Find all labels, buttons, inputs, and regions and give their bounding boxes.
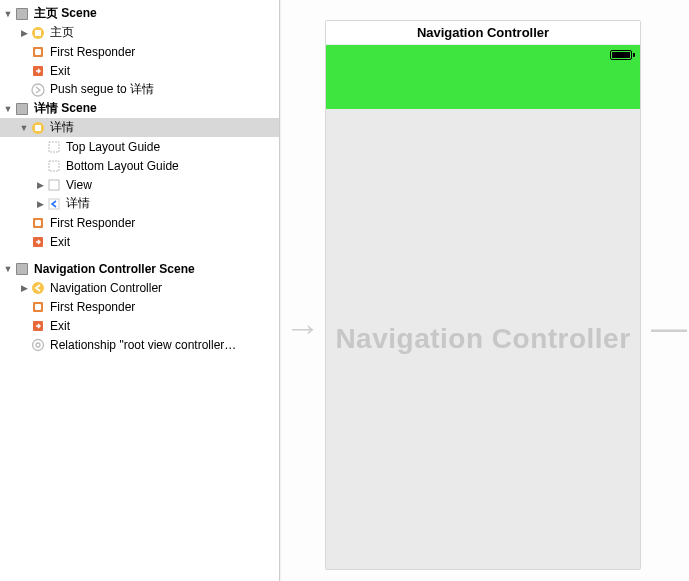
svg-point-26	[36, 343, 40, 347]
battery-icon	[610, 50, 632, 60]
disclosure-triangle-icon[interactable]: ▼	[2, 9, 14, 19]
first-responder-row[interactable]: ▶ First Responder	[0, 213, 279, 232]
scene-title-text: Navigation Controller	[417, 25, 549, 40]
exit-icon	[30, 318, 46, 334]
exit-row[interactable]: ▶ Exit	[0, 316, 279, 335]
first-responder-row[interactable]: ▶ First Responder	[0, 42, 279, 61]
svg-rect-14	[49, 180, 59, 190]
svg-rect-13	[49, 161, 59, 171]
item-label: Top Layout Guide	[66, 140, 160, 154]
item-label: Exit	[50, 64, 70, 78]
svg-rect-3	[35, 30, 41, 36]
scene-title-bar: Navigation Controller	[326, 21, 640, 45]
disclosure-triangle-icon[interactable]: ▼	[18, 123, 30, 133]
scene-icon	[14, 101, 30, 117]
segue-arrow-out-icon: —	[651, 310, 687, 346]
svg-rect-20	[17, 264, 27, 274]
nav-item-row[interactable]: ▶ 详情	[0, 194, 279, 213]
layout-guide-icon	[46, 158, 62, 174]
svg-rect-5	[35, 49, 41, 55]
svg-point-25	[33, 339, 44, 350]
vc-label: 详情	[50, 119, 74, 136]
vc-row-main[interactable]: ▶ 主页	[0, 23, 279, 42]
exit-icon	[30, 234, 46, 250]
item-label: Exit	[50, 319, 70, 333]
placeholder-label: Navigation Controller	[335, 323, 630, 355]
nav-item-icon	[46, 196, 62, 212]
scene-title: 详情 Scene	[34, 100, 97, 117]
scene-icon	[14, 261, 30, 277]
item-label: Bottom Layout Guide	[66, 159, 179, 173]
viewcontroller-icon	[30, 25, 46, 41]
item-label: First Responder	[50, 216, 135, 230]
item-label: Exit	[50, 235, 70, 249]
svg-point-21	[32, 282, 44, 294]
scene-row-main[interactable]: ▼ 主页 Scene	[0, 4, 279, 23]
bottom-layout-guide-row[interactable]: ▶ Bottom Layout Guide	[0, 156, 279, 175]
disclosure-triangle-icon[interactable]: ▶	[18, 283, 30, 293]
scene-row-nav[interactable]: ▼ Navigation Controller Scene	[0, 259, 279, 278]
svg-rect-12	[49, 142, 59, 152]
svg-rect-1	[17, 9, 27, 19]
scene-title: Navigation Controller Scene	[34, 262, 195, 276]
svg-rect-9	[17, 104, 27, 114]
view-row[interactable]: ▶ View	[0, 175, 279, 194]
disclosure-triangle-icon[interactable]: ▶	[18, 28, 30, 38]
exit-row[interactable]: ▶ Exit	[0, 232, 279, 251]
segue-row[interactable]: ▶ Push segue to 详情	[0, 80, 279, 99]
divider	[280, 0, 282, 581]
disclosure-triangle-icon[interactable]: ▶	[34, 180, 46, 190]
svg-rect-17	[35, 220, 41, 226]
scene-row-detail[interactable]: ▼ 详情 Scene	[0, 99, 279, 118]
simulator-preview[interactable]: Navigation Controller Navigation Control…	[325, 20, 641, 570]
item-label: 详情	[66, 195, 90, 212]
first-responder-icon	[30, 215, 46, 231]
svg-rect-23	[35, 304, 41, 310]
storyboard-canvas[interactable]: → — Navigation Controller Navigation Con…	[280, 0, 689, 581]
disclosure-triangle-icon[interactable]: ▼	[2, 264, 14, 274]
top-layout-guide-row[interactable]: ▶ Top Layout Guide	[0, 137, 279, 156]
item-label: Relationship "root view controller…	[50, 338, 236, 352]
segue-icon	[30, 82, 46, 98]
first-responder-row[interactable]: ▶ First Responder	[0, 297, 279, 316]
simulator-body: Navigation Controller	[326, 109, 640, 569]
svg-rect-15	[49, 199, 59, 209]
relationship-icon	[30, 337, 46, 353]
scene-title: 主页 Scene	[34, 5, 97, 22]
first-responder-icon	[30, 299, 46, 315]
item-label: Push segue to 详情	[50, 81, 154, 98]
document-outline: ▼ 主页 Scene ▶ 主页 ▶ First Responder ▶ Exit…	[0, 0, 280, 581]
scene-icon	[14, 6, 30, 22]
segue-arrow-in-icon: →	[285, 310, 321, 346]
relationship-segue-row[interactable]: ▶ Relationship "root view controller…	[0, 335, 279, 354]
vc-row-nav[interactable]: ▶ Navigation Controller	[0, 278, 279, 297]
status-bar	[326, 45, 640, 65]
view-icon	[46, 177, 62, 193]
viewcontroller-icon	[30, 120, 46, 136]
vc-label: 主页	[50, 24, 74, 41]
disclosure-triangle-icon[interactable]: ▶	[34, 199, 46, 209]
exit-row[interactable]: ▶ Exit	[0, 61, 279, 80]
item-label: View	[66, 178, 92, 192]
item-label: First Responder	[50, 300, 135, 314]
exit-icon	[30, 63, 46, 79]
first-responder-icon	[30, 44, 46, 60]
svg-rect-11	[35, 125, 41, 131]
svg-point-7	[32, 84, 44, 96]
navigation-bar	[326, 65, 640, 109]
item-label: First Responder	[50, 45, 135, 59]
layout-guide-icon	[46, 139, 62, 155]
vc-label: Navigation Controller	[50, 281, 162, 295]
disclosure-triangle-icon[interactable]: ▼	[2, 104, 14, 114]
nav-controller-icon	[30, 280, 46, 296]
vc-row-detail[interactable]: ▼ 详情	[0, 118, 279, 137]
